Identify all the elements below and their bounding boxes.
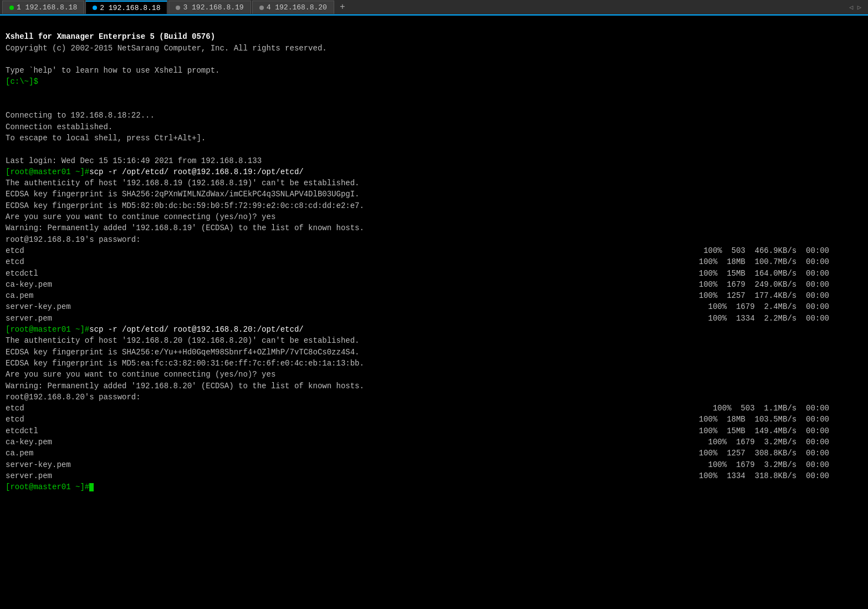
file-transfer-row: etcd100% 18MB 103.5MB/s 00:00 [6, 414, 862, 425]
file-transfer-row: ca-key.pem100% 1679 3.2MB/s 00:00 [6, 437, 862, 448]
tab-dot-1 [9, 6, 14, 10]
terminal-line: Last login: Wed Dec 15 15:16:49 2021 fro… [6, 155, 862, 166]
file-transfer-row: server.pem100% 1334 2.2MB/s 00:00 [6, 313, 862, 324]
file-transfer-row: server-key.pem100% 1679 2.4MB/s 00:00 [6, 301, 862, 312]
terminal-line [6, 99, 862, 110]
terminal-line: root@192.168.8.20's password: [6, 392, 862, 403]
tab-label-4: 4 192.168.8.20 [267, 3, 327, 12]
tab-dot-2 [93, 6, 97, 10]
file-transfer-row: etcd100% 503 1.1MB/s 00:00 [6, 403, 862, 414]
file-transfer-row: server.pem100% 1334 318.8KB/s 00:00 [6, 470, 862, 481]
terminal-line: ECDSA key fingerprint is MD5:82:0b:dc:bc… [6, 200, 862, 211]
cursor-block [89, 483, 94, 491]
terminal-line: Connecting to 192.168.8.18:22... [6, 110, 862, 121]
terminal-line: [root@master01 ~]#scp -r /opt/etcd/ root… [6, 324, 862, 335]
add-tab-button[interactable]: + [335, 2, 350, 12]
file-transfer-row: etcd100% 18MB 100.7MB/s 00:00 [6, 256, 862, 267]
terminal-line: Warning: Permanently added '192.168.8.20… [6, 380, 862, 392]
terminal-line: ECDSA key fingerprint is MD5:ea:fc:c3:82… [6, 358, 862, 369]
terminal-line: [root@master01 ~]#scp -r /opt/etcd/ root… [6, 166, 862, 177]
terminal-line: ECDSA key fingerprint is SHA256:2qPXnWIM… [6, 189, 862, 200]
tab-1[interactable]: 1 192.168.8.18 [2, 1, 84, 14]
terminal-line: Are you sure you want to continue connec… [6, 369, 862, 380]
file-transfer-row: ca.pem100% 1257 177.4KB/s 00:00 [6, 290, 862, 301]
tab-2[interactable]: 2 192.168.8.18 [85, 1, 167, 14]
tab-scroll-controls[interactable]: ◁ ▷ [849, 3, 866, 12]
tab-4[interactable]: 4 192.168.8.20 [252, 1, 334, 14]
file-transfer-row: etcdctl100% 15MB 164.0MB/s 00:00 [6, 268, 862, 279]
terminal-line: Copyright (c) 2002-2015 NetSarang Comput… [6, 43, 862, 54]
terminal-line: Type `help' to learn how to use Xshell p… [6, 65, 862, 76]
file-transfer-row: server-key.pem100% 1679 3.2MB/s 00:00 [6, 459, 862, 470]
tab-3[interactable]: 3 192.168.8.19 [169, 1, 251, 14]
tab-label-3: 3 192.168.8.19 [183, 3, 243, 12]
terminal-line: To escape to local shell, press Ctrl+Alt… [6, 133, 862, 144]
file-transfer-row: ca.pem100% 1257 308.8KB/s 00:00 [6, 448, 862, 459]
terminal: Xshell for Xmanager Enterprise 5 (Build … [0, 16, 868, 609]
terminal-line [6, 88, 862, 99]
tab-dot-3 [176, 6, 180, 10]
terminal-line: ECDSA key fingerprint is SHA256:e/Yu++Hd… [6, 347, 862, 358]
terminal-line: root@192.168.8.19's password: [6, 234, 862, 245]
terminal-line: The authenticity of host '192.168.8.19 (… [6, 177, 862, 189]
final-prompt-line: [root@master01 ~]# [6, 481, 862, 493]
terminal-line: Warning: Permanently added '192.168.8.19… [6, 222, 862, 234]
terminal-line: Are you sure you want to continue connec… [6, 211, 862, 222]
file-transfer-row: etcd100% 503 466.9KB/s 00:00 [6, 245, 862, 256]
terminal-line [6, 54, 862, 65]
tab-dot-4 [259, 6, 264, 10]
terminal-line: [c:\~]$ [6, 76, 862, 87]
terminal-line: Connection established. [6, 121, 862, 133]
terminal-line [6, 144, 862, 155]
tab-label-1: 1 192.168.8.18 [17, 3, 77, 12]
file-transfer-row: etcdctl100% 15MB 149.4MB/s 00:00 [6, 425, 862, 437]
tab-bar: 1 192.168.8.182 192.168.8.183 192.168.8.… [0, 0, 868, 16]
terminal-line: Xshell for Xmanager Enterprise 5 (Build … [6, 31, 862, 42]
tab-label-2: 2 192.168.8.18 [100, 4, 160, 12]
terminal-line: The authenticity of host '192.168.8.20 (… [6, 335, 862, 346]
file-transfer-row: ca-key.pem100% 1679 249.0KB/s 00:00 [6, 279, 862, 290]
